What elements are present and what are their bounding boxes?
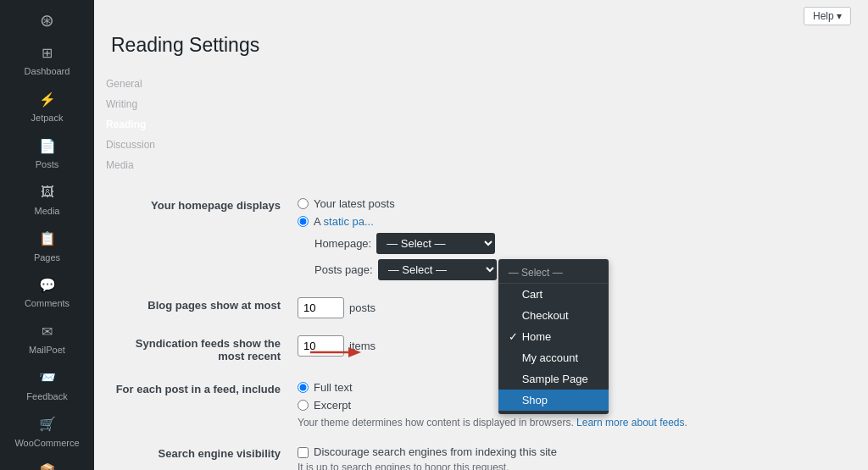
sidebar-item-mailpoet[interactable]: ✉ MailPoet	[0, 316, 94, 362]
sidebar-item-woocommerce[interactable]: 🛒 WooCommerce	[0, 408, 94, 455]
main-content: Help ▾ Reading Settings General Writing …	[94, 0, 868, 470]
sidebar-item-pages[interactable]: 📋 Pages	[0, 223, 94, 269]
sidebar-item-label: Feedback	[26, 390, 67, 403]
sidebar-item-label: MailPoet	[29, 344, 65, 357]
dropdown-item-myaccount[interactable]: My account	[498, 347, 609, 368]
homepage-displays-label: Your homepage displays	[111, 189, 298, 289]
blog-pages-input[interactable]	[298, 297, 344, 318]
search-engine-checkbox-text: Discourage search engines from indexing …	[314, 445, 557, 458]
dropdown-item-checkout[interactable]: Checkout	[498, 305, 609, 326]
dropdown-item-label: Cart	[522, 288, 543, 301]
dropdown-item-label: Checkout	[522, 309, 569, 322]
radio-latest-posts[interactable]	[298, 198, 309, 209]
radio-static-page[interactable]	[298, 216, 309, 227]
blog-pages-label: Blog pages show at most	[111, 289, 298, 327]
sidebar-item-feedback[interactable]: 📨 Feedback	[0, 362, 94, 408]
radio-label-static[interactable]: A static pa...	[298, 215, 851, 228]
submenu-item-discussion[interactable]: Discussion	[94, 135, 851, 155]
homepage-select-row: Homepage: — Select —	[314, 233, 851, 254]
radio-fulltext[interactable]	[298, 382, 309, 393]
sidebar-item-label: WooCommerce	[14, 437, 79, 450]
wp-logo: ⊛	[0, 0, 94, 37]
radio-static-label: A static pa...	[314, 215, 374, 228]
radio-fulltext-label: Full text	[314, 381, 353, 394]
sidebar-item-label: Dashboard	[25, 65, 70, 78]
homepage-radio-group: Your latest posts A static pa...	[298, 197, 851, 228]
sidebar-item-posts[interactable]: 📄 Posts	[0, 130, 94, 177]
dropdown-item-label: My account	[522, 351, 578, 364]
submenu-item-reading[interactable]: Reading	[94, 114, 851, 135]
dropdown-item-samplepage[interactable]: Sample Page	[498, 368, 609, 390]
sidebar-item-label: Pages	[34, 252, 60, 264]
dashboard-icon: ⊞	[42, 44, 53, 63]
sidebar-item-label: Comments	[25, 297, 70, 310]
homepage-field-label: Homepage:	[314, 237, 371, 250]
dropdown-header: — Select —	[498, 263, 609, 284]
sidebar-item-comments[interactable]: 💬 Comments	[0, 269, 94, 316]
sidebar: ⊛ ⊞ Dashboard ⚡ Jetpack 📄 Posts 🖼 Media …	[0, 0, 94, 470]
search-engine-row: Search engine visibility Discourage sear…	[111, 437, 851, 470]
dropdown-item-shop[interactable]: Shop	[498, 390, 609, 411]
search-engine-label: Search engine visibility	[111, 437, 298, 470]
help-button[interactable]: Help ▾	[804, 7, 851, 25]
settings-table: Your homepage displays Your latest posts…	[111, 189, 851, 470]
page-title: Reading Settings	[111, 34, 851, 57]
media-icon: 🖼	[41, 183, 54, 202]
blog-pages-suffix: posts	[349, 301, 376, 314]
products-icon: 📦	[39, 462, 56, 470]
dropdown-item-label: Shop	[522, 394, 548, 406]
check-icon-home: ✓	[509, 330, 522, 343]
radio-latest-label: Your latest posts	[314, 197, 395, 210]
submenu-item-general[interactable]: General	[94, 74, 851, 94]
blog-pages-row: Blog pages show at most posts	[111, 289, 851, 327]
syndication-label: Syndication feeds show the most recent	[111, 327, 298, 373]
settings-submenu: General Writing Reading Discussion Media	[94, 74, 851, 175]
sidebar-item-label: Posts	[36, 158, 59, 171]
syndication-input[interactable]	[298, 335, 344, 357]
radio-label-latest[interactable]: Your latest posts	[298, 197, 851, 210]
feed-description: Your theme determines how content is dis…	[298, 417, 851, 429]
dropdown-item-home[interactable]: ✓ Home	[498, 326, 609, 347]
posts-page-select[interactable]: — Select —	[378, 259, 497, 280]
search-engine-checkbox[interactable]	[298, 447, 309, 458]
sidebar-item-products[interactable]: 📦 Products	[0, 455, 94, 470]
feed-include-row: For each post in a feed, include Full te…	[111, 373, 851, 437]
topbar: Help ▾	[94, 0, 868, 25]
submenu-item-media[interactable]: Media	[94, 155, 851, 175]
jetpack-icon: ⚡	[39, 91, 56, 109]
radio-excerpt-label: Excerpt	[314, 399, 351, 412]
posts-page-field-label: Posts page:	[314, 263, 373, 276]
submenu-item-writing[interactable]: Writing	[94, 94, 851, 114]
posts-page-select-row: Posts page: — Select — — Select — Cart	[314, 259, 851, 280]
homepage-displays-row: Your homepage displays Your latest posts…	[111, 189, 851, 289]
syndication-row: Syndication feeds show the most recent i…	[111, 327, 851, 373]
homepage-dropdown-wrapper: — Select —	[376, 233, 495, 254]
dropdown-item-cart[interactable]: Cart	[498, 284, 609, 305]
sidebar-item-label: Jetpack	[31, 112, 64, 124]
sidebar-item-dashboard[interactable]: ⊞ Dashboard	[0, 37, 94, 84]
radio-excerpt[interactable]	[298, 400, 309, 411]
sidebar-item-label: Media	[35, 205, 60, 218]
syndication-suffix: items	[349, 340, 376, 352]
content-area: Reading Settings General Writing Reading…	[94, 25, 868, 470]
search-engine-note: It is up to search engines to honor this…	[298, 462, 851, 470]
feedback-icon: 📨	[39, 368, 56, 387]
comments-icon: 💬	[39, 276, 56, 295]
mailpoet-icon: ✉	[42, 323, 53, 341]
posts-page-dropdown-menu: — Select — Cart Checkout	[498, 259, 609, 414]
woocommerce-icon: 🛒	[39, 415, 56, 434]
dropdown-item-label: Home	[522, 330, 552, 343]
homepage-displays-options: Your latest posts A static pa... Homepag…	[298, 189, 851, 289]
pages-icon: 📋	[39, 229, 56, 248]
homepage-select[interactable]: — Select —	[376, 233, 495, 254]
search-engine-checkbox-label[interactable]: Discourage search engines from indexing …	[298, 445, 851, 458]
posts-page-dropdown-wrapper: — Select — — Select — Cart	[378, 259, 497, 280]
feed-include-label: For each post in a feed, include	[111, 373, 298, 437]
sidebar-item-media[interactable]: 🖼 Media	[0, 176, 94, 223]
posts-icon: 📄	[39, 137, 56, 156]
dropdown-item-label: Sample Page	[522, 373, 588, 385]
learn-more-link[interactable]: Learn more about feeds	[576, 417, 684, 429]
static-page-link[interactable]: static pa...	[324, 215, 374, 228]
search-engine-options: Discourage search engines from indexing …	[298, 437, 851, 470]
sidebar-item-jetpack[interactable]: ⚡ Jetpack	[0, 84, 94, 130]
